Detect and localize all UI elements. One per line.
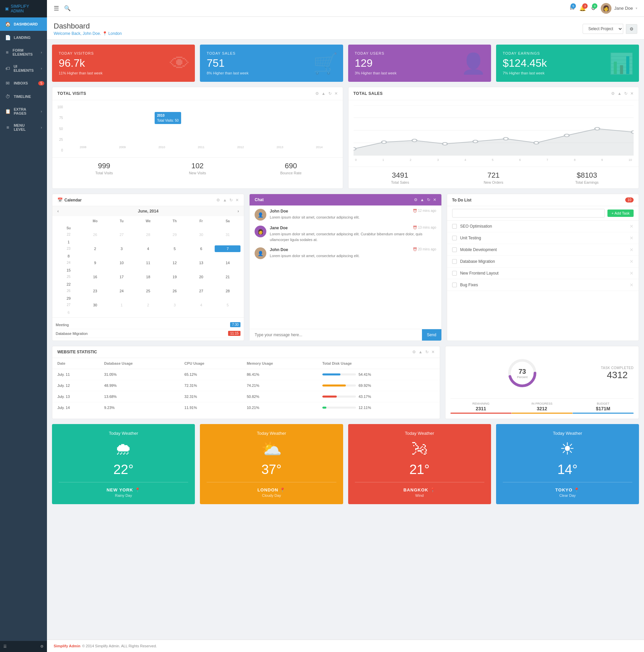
chat-input[interactable] [250,329,421,341]
table-row: July. 12 48.99% 72.31% 74.21% 69.92% [52,380,440,391]
todo-item: New Frontend Layout ✕ [447,268,639,279]
sidebar-logo: ▣ SIMPLIFY ADMIN [0,0,47,18]
sidebar-item-ui-elements[interactable]: 🏷UI ELEMENTS› [0,60,47,76]
alerts-badge: 3 [582,3,588,9]
table-header: Website Statistic ⚙ ▲ ↻ ✕ [52,346,440,358]
todo-checkbox[interactable] [452,259,457,264]
sidebar-item-menu-level[interactable]: ≡MENU LEVEL› [0,119,47,135]
cal-week: 27 30123456 [56,302,240,316]
todo-delete-btn[interactable]: ✕ [629,235,634,241]
svg-point-12 [534,141,539,144]
sidebar-item-extra-pages[interactable]: 📋EXTRA PAGES› [0,103,47,119]
project-gear-btn[interactable]: ⚙ [626,24,637,34]
bar-item: 2013 [262,144,298,149]
chart-header: TOTAL SALES ⚙ ▲ ↻ ✕ [349,87,639,100]
user-menu[interactable]: 👩 Jane Doe ▾ [601,3,637,14]
todo-title: To Do List [452,198,471,202]
todo-item: SEO Optimisation ✕ [447,221,639,232]
alerts-btn[interactable]: 🔔 3 [579,5,586,11]
todo-delete-btn[interactable]: ✕ [629,271,634,276]
donut-percent: 73 [517,368,527,376]
sidebar-item-dashboard[interactable]: 🏠DASHBOARD [0,18,47,31]
task-complete-label: TASK COMPLETED [601,366,634,370]
page-title: Dashboard [54,22,122,30]
menu-icon[interactable]: ☰ [54,5,59,12]
table-body: July. 11 31.05% 65.12% 86.41% 54.41% Jul… [52,369,440,413]
todo-checkbox[interactable] [452,247,457,252]
stat-card-today-sales: TODAY SALES 751 8% Higher than last week… [200,45,343,82]
todo-item-label: Database Migration [460,259,626,264]
weather-card-new york: Today Weather 🌧 22° NEW YORK 📍 Rainy Day [52,424,195,504]
weather-icon: ⛅ [207,439,336,459]
task-stat: IN PROGRESS 3212 [512,402,572,414]
todo-checkbox[interactable] [452,271,457,276]
todo-delete-btn[interactable]: ✕ [629,282,634,288]
weather-desc: Clear Day [503,493,632,497]
task-complete-value: 4312 [601,370,634,380]
chat-message: 👩 Jane Doe ⏰ 13 mins ago Lorem ipsum dol… [255,226,436,242]
todo-item-label: New Frontend Layout [460,271,626,276]
svg-point-6 [354,147,356,150]
todo-search-input[interactable] [452,209,605,218]
table-row: July. 11 31.05% 65.12% 86.41% 54.41% [52,369,440,380]
weather-row: Today Weather 🌧 22° NEW YORK 📍 Rainy Day… [52,424,639,504]
chart-title: TOTAL VISITS [57,91,86,96]
bar-item: 2014 [301,144,337,149]
todo-checkbox[interactable] [452,224,457,228]
cal-prev-btn[interactable]: ‹ [56,209,60,214]
chat-message: 👤 John Doe ⏰ 12 mins ago Lorem ipsum dol… [255,209,436,221]
chat-send-btn[interactable]: Send [422,329,441,341]
cal-month: June, 2014 [138,209,158,214]
avatar: 👩 [601,3,612,14]
tasks-btn[interactable]: ⚙ 9 [591,5,596,11]
todo-checkbox[interactable] [452,236,457,240]
todo-delete-btn[interactable]: ✕ [629,259,634,264]
weather-desc: Cloudy Day [207,493,336,497]
weather-title: Today Weather [207,431,336,436]
chart-stats: 3491Total Sales721New Orders$8103Total E… [349,167,639,188]
table-header-row: Date Database Usage CPU Usage Memory Usa… [52,358,440,369]
sidebar-item-timeline[interactable]: ⏱TIMELINE [0,90,47,103]
donut-chart: 73 Percent [507,358,537,388]
chat-header: Chat ⚙ ▲ ↻ ✕ [250,194,441,206]
stat-card-today-earnings: TODAY EARNINGS $124.45k 7% Higher than l… [496,45,639,82]
todo-add-btn[interactable]: + Add Task [608,210,634,217]
weather-card-bangkok: Today Weather 🌬 21° BANGKOK 📍 Wind [348,424,491,504]
today-cell[interactable]: 7 [215,245,240,252]
todo-item: Database Migration ✕ [447,256,639,268]
sidebar-item-inboxs[interactable]: ✉INBOXS5 [0,76,47,90]
stat-card-today-users: TODAY USERS 129 3% Higher than last week… [348,45,491,82]
weather-city: TOKYO 📍 Clear Day [503,482,632,497]
cal-next-btn[interactable]: › [236,209,240,214]
svg-point-11 [503,137,508,140]
chart-actions: ⚙ ▲ ↻ ✕ [611,91,634,96]
todo-checkbox[interactable] [452,282,457,287]
messages-badge: 5 [570,3,576,9]
chart-body: 0 1 2 3 4 5 6 7 8 9 10 [349,100,639,167]
topbar-right: ✉ 5 🔔 3 ⚙ 9 👩 Jane Doe ▾ [570,3,637,14]
stat-card-today-visitors: TODAY VISITORS 96.7k 11% Higher than las… [52,45,195,82]
messages-btn[interactable]: ✉ 5 [570,5,574,11]
sidebar-item-form-elements[interactable]: ≡FORM ELEMENTS› [0,44,47,60]
chart-title: TOTAL SALES [354,91,383,96]
chart-stats: 999Total Visits102New Visits690Bounce Ra… [52,157,343,179]
todo-delete-btn[interactable]: ✕ [629,247,634,252]
todo-delete-btn[interactable]: ✕ [629,224,634,229]
table-actions: ⚙ ▲ ↻ ✕ [412,350,435,354]
tasks-badge: 9 [592,3,597,9]
todo-item: Bug Fixes ✕ [447,279,639,291]
total-sales-card: TOTAL SALES ⚙ ▲ ↻ ✕ [348,87,639,189]
weather-temp: 22° [59,462,188,477]
weather-city: NEW YORK 📍 Rainy Day [59,482,188,497]
chart-header: TOTAL VISITS ⚙ ▲ ↻ ✕ [52,87,343,100]
sidebar-item-landing[interactable]: 📄LANDING [0,31,47,44]
weather-city: LONDON 📍 Cloudy Day [207,482,336,497]
username: Jane Doe [614,6,633,11]
search-icon[interactable]: 🔍 [64,5,71,11]
weather-icon: ☀ [503,439,632,459]
chat-title: Chat [255,197,264,202]
chart-stat: 999Total Visits [57,162,151,175]
project-select[interactable]: Select Project [583,24,623,34]
website-stats-card: Website Statistic ⚙ ▲ ↻ ✕ Date Database … [52,346,440,419]
chat-input-row: Send [250,329,441,341]
